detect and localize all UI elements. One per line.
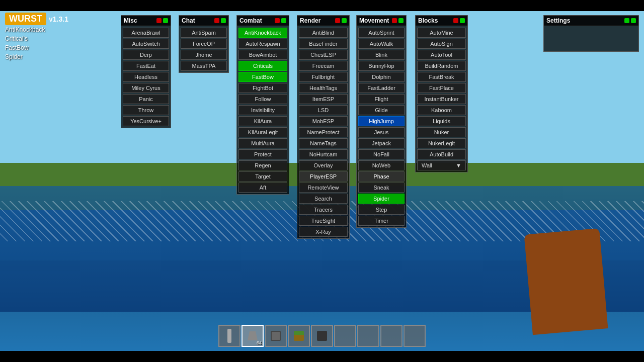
module-nukerlегит[interactable]: NukerLegit — [417, 138, 466, 148]
module-xray[interactable]: X-Ray — [299, 227, 348, 237]
movement-toggle-icon[interactable] — [398, 18, 404, 23]
module-flight[interactable]: Flight — [358, 94, 405, 104]
module-autobuild[interactable]: AutoBuild — [417, 149, 466, 159]
module-itemesp[interactable]: ItemESP — [299, 94, 348, 104]
module-chestesp[interactable]: ChestESP — [299, 50, 348, 60]
module-timer[interactable]: Timer — [358, 216, 405, 226]
module-remoteview[interactable]: RemoteView — [299, 183, 348, 193]
module-panic[interactable]: Panic — [123, 94, 169, 104]
module-overlay[interactable]: Overlay — [299, 160, 348, 170]
module-jesus[interactable]: Jesus — [358, 127, 405, 137]
module-kilaura[interactable]: KilAura — [238, 116, 287, 126]
module-noweb[interactable]: NoWeb — [358, 160, 405, 170]
module-autosign[interactable]: AutoSign — [417, 39, 466, 49]
module-freecam[interactable]: Freecam — [299, 61, 348, 71]
module-masstpa[interactable]: MassTPA — [181, 61, 227, 71]
module-protect[interactable]: Protect — [238, 149, 287, 159]
module-regen[interactable]: Regen — [238, 160, 287, 170]
module-autotool[interactable]: AutoTool — [417, 50, 466, 60]
module-dolphin[interactable]: Dolphin — [358, 72, 405, 82]
misc-toggle-icon[interactable] — [163, 18, 168, 23]
module-phase[interactable]: Phase — [358, 171, 405, 182]
module-fightbot[interactable]: FightBot — [238, 83, 287, 93]
module-jetpack[interactable]: Jetpack — [358, 138, 405, 148]
module-autorespawn[interactable]: AutoRespawn — [238, 39, 287, 49]
module-buildrandom[interactable]: BuildRandom — [417, 61, 466, 71]
module-basefinder[interactable]: BaseFinder — [299, 39, 348, 49]
hotbar-slot-8[interactable] — [380, 325, 403, 347]
module-truesight[interactable]: TrueSight — [299, 216, 348, 226]
module-aft[interactable]: Aft — [238, 183, 287, 193]
render-close-icon[interactable] — [335, 18, 340, 23]
module-kaboom[interactable]: Kaboom — [417, 105, 466, 115]
module-tracers[interactable]: Tracers — [299, 205, 348, 215]
module-derp[interactable]: Derp — [123, 50, 169, 60]
module-antiknockback[interactable]: AntiKnockback — [238, 28, 287, 38]
module-nametags[interactable]: NameTags — [299, 138, 348, 148]
module-jhome[interactable]: Jhome — [181, 50, 227, 60]
module-nuker[interactable]: Nuker — [417, 127, 466, 137]
settings-ok-icon[interactable] — [624, 18, 629, 23]
hotbar-slot-9[interactable] — [404, 325, 426, 347]
module-mileycyrus[interactable]: Miley Cyrus — [123, 83, 169, 93]
settings-edit-icon[interactable] — [631, 18, 636, 23]
module-fullbright[interactable]: Fullbright — [299, 72, 348, 82]
render-toggle-icon[interactable] — [342, 18, 347, 23]
module-autosprint[interactable]: AutoSprint — [358, 28, 405, 38]
module-bunnyhop[interactable]: BunnyHop — [358, 61, 405, 71]
module-nofall[interactable]: NoFall — [358, 149, 405, 159]
module-liquids[interactable]: Liquids — [417, 116, 466, 126]
module-fasteat[interactable]: FastEat — [123, 61, 169, 71]
module-multiaura[interactable]: MultiAura — [238, 138, 287, 148]
combat-close-icon[interactable] — [275, 18, 280, 23]
module-search[interactable]: Search — [299, 194, 348, 204]
module-arenabrawl[interactable]: ArenaBrawl — [123, 28, 169, 38]
module-forceop[interactable]: ForceOP — [181, 39, 227, 49]
module-headless[interactable]: Headless — [123, 72, 169, 82]
module-step[interactable]: Step — [358, 205, 405, 215]
module-fastplace[interactable]: FastPlace — [417, 83, 466, 93]
module-nohurtcam[interactable]: NoHurtcam — [299, 149, 348, 159]
module-automine[interactable]: AutoMine — [417, 28, 466, 38]
blocks-toggle-icon[interactable] — [460, 18, 465, 23]
blocks-close-icon[interactable] — [453, 18, 458, 23]
chat-close-icon[interactable] — [214, 18, 219, 23]
hotbar-slot-7[interactable] — [357, 325, 379, 347]
module-instantbunker[interactable]: InstantBunker — [417, 94, 466, 104]
hotbar-slot-1[interactable] — [218, 325, 240, 347]
hotbar-slot-3[interactable] — [265, 325, 287, 347]
module-criticals[interactable]: Criticals — [238, 61, 287, 71]
module-glide[interactable]: Glide — [358, 105, 405, 115]
module-fastladder[interactable]: FastLadder — [358, 83, 405, 93]
module-bowaimbot[interactable]: BowAimbot — [238, 50, 287, 60]
module-wall-dropdown[interactable]: Wall ▼ — [417, 160, 466, 170]
module-spider[interactable]: Spider — [358, 194, 405, 204]
module-autoswitch[interactable]: AutoSwitch — [123, 39, 169, 49]
module-autowalk[interactable]: AutoWalk — [358, 39, 405, 49]
hotbar-slot-6[interactable] — [334, 325, 356, 347]
module-target[interactable]: Target — [238, 171, 287, 182]
combat-toggle-icon[interactable] — [281, 18, 286, 23]
module-blink[interactable]: Blink — [358, 50, 405, 60]
module-healthtags[interactable]: HealthTags — [299, 83, 348, 93]
module-nameprotect[interactable]: NameProtect — [299, 127, 348, 137]
misc-close-icon[interactable] — [156, 18, 162, 23]
module-fastbreak[interactable]: FastBreak — [417, 72, 466, 82]
module-highjump[interactable]: HighJump — [358, 116, 405, 126]
module-throw[interactable]: Throw — [123, 105, 169, 115]
hotbar-slot-5[interactable] — [311, 325, 333, 347]
module-antiblind[interactable]: AntiBlind — [299, 28, 348, 38]
module-invisibility[interactable]: Invisibility — [238, 105, 287, 115]
module-sneak[interactable]: Sneak — [358, 183, 405, 193]
hotbar-slot-2[interactable]: 64 — [242, 325, 264, 347]
module-yescursive[interactable]: YesCursive+ — [123, 116, 169, 126]
chat-toggle-icon[interactable] — [221, 18, 226, 23]
hotbar-slot-4[interactable] — [288, 325, 310, 347]
module-kilauralегит[interactable]: KilAuraLegit — [238, 127, 287, 137]
module-lsd[interactable]: LSD — [299, 105, 348, 115]
movement-close-icon[interactable] — [392, 18, 397, 23]
module-mobesp[interactable]: MobESP — [299, 116, 348, 126]
module-follow[interactable]: Follow — [238, 94, 287, 104]
module-fastbow[interactable]: FastBow — [238, 72, 287, 82]
module-playeresp[interactable]: PlayerESP — [299, 171, 348, 182]
